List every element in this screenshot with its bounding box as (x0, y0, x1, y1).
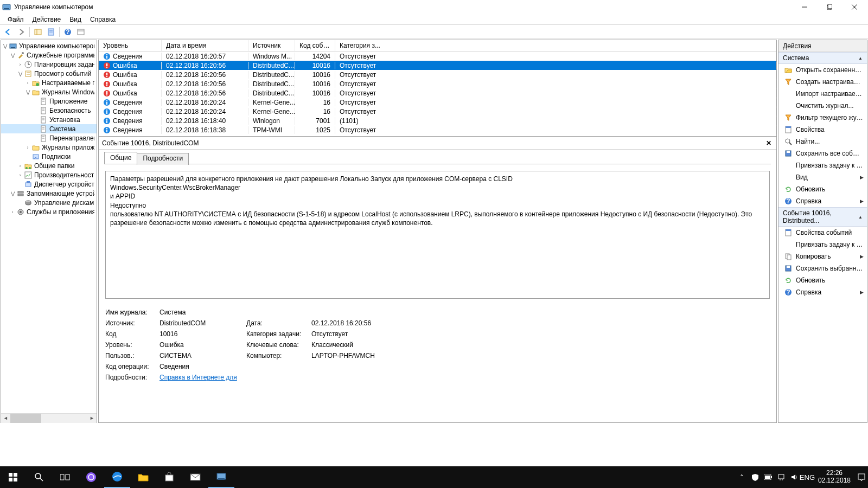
action-item[interactable]: Обновить (778, 183, 867, 195)
detail-close-button[interactable]: ✕ (764, 139, 773, 147)
nav-forward-button[interactable] (15, 26, 27, 38)
menu-help[interactable]: Справка (86, 15, 120, 24)
system-tray[interactable]: ˄ ENG 22:26 02.12.2018 (736, 466, 868, 488)
taskbar-app-explorer[interactable] (130, 466, 156, 488)
event-row[interactable]: Ошибка02.12.2018 16:20:56DistributedC...… (99, 70, 776, 79)
tab-details[interactable]: Подробности (137, 153, 189, 165)
tree-node[interactable]: ⋁Просмотр событий (1, 69, 97, 78)
action-item[interactable]: Сохранить выбранны... (778, 262, 867, 274)
extra-button[interactable] (75, 26, 87, 38)
help-button[interactable]: ? (62, 26, 74, 38)
menu-view[interactable]: Вид (65, 15, 86, 24)
tree-node[interactable]: ⋁Служебные программы (1, 50, 97, 60)
tree-node[interactable]: Безопасность (1, 106, 97, 115)
menu-action[interactable]: Действие (28, 15, 66, 24)
action-item[interactable]: Очистить журнал... (778, 100, 867, 112)
tree-node[interactable]: ⋁Запоминающие устройст (1, 189, 97, 198)
tab-general[interactable]: Общие (104, 152, 137, 164)
event-row[interactable]: Ошибка02.12.2018 16:20:56DistributedC...… (99, 88, 776, 98)
action-item[interactable]: Свойства событий (778, 227, 867, 239)
taskbar-app-store[interactable] (156, 466, 182, 488)
action-item[interactable]: Копировать▶ (778, 251, 867, 262)
actions-section-event[interactable]: Событие 10016, Distributed...▲ (778, 207, 867, 227)
tray-clock[interactable]: 22:26 02.12.2018 (814, 470, 855, 485)
taskbar-app-edge[interactable] (104, 466, 130, 488)
show-hide-tree-button[interactable] (32, 26, 44, 38)
tree-node[interactable]: Установка (1, 115, 97, 124)
tray-notifications-icon[interactable] (855, 466, 868, 488)
action-item[interactable]: Фильтр текущего жур... (778, 112, 867, 124)
taskbar-app-mail[interactable] (182, 466, 208, 488)
event-row[interactable]: Сведения02.12.2018 16:20:24Kernel-Gene..… (99, 107, 776, 116)
tree-expander-icon[interactable]: ⋁ (1, 42, 9, 50)
tree-node[interactable]: ⋁Журналы Windows (1, 87, 97, 97)
meta-more-value[interactable]: Справка в Интернете для (159, 374, 420, 381)
tree-node[interactable]: ›Настраиваемые пр (1, 78, 97, 87)
action-item[interactable]: Импорт настраиваем... (778, 88, 867, 100)
action-item[interactable]: ?Справка▶ (778, 195, 867, 207)
tray-chevron-icon[interactable]: ˄ (736, 466, 749, 488)
minimize-button[interactable] (792, 0, 817, 14)
event-row[interactable]: Сведения02.12.2018 16:20:24Kernel-Gene..… (99, 98, 776, 107)
col-date[interactable]: Дата и время (162, 40, 248, 51)
tray-power-icon[interactable] (762, 466, 775, 488)
menu-file[interactable]: Файл (3, 15, 28, 24)
tray-volume-icon[interactable] (788, 466, 801, 488)
actions-section-system[interactable]: Система▲ (778, 52, 867, 64)
event-row[interactable]: Сведения02.12.2018 16:18:40Winlogon7001(… (99, 116, 776, 125)
tree-node[interactable]: ›Службы и приложения (1, 207, 97, 216)
tree-node[interactable]: ›Журналы приложе (1, 143, 97, 152)
tree-expander-icon[interactable]: ⋁ (16, 70, 24, 78)
taskbar-app-mmc[interactable] (208, 466, 234, 488)
cortana-button[interactable] (78, 466, 104, 488)
col-eventid[interactable]: Код события (295, 40, 335, 51)
action-item[interactable]: Обновить (778, 274, 867, 286)
tree-expander-icon[interactable]: ⋁ (9, 190, 16, 197)
tree-node[interactable]: ⋁Управление компьютером (л (1, 41, 97, 50)
tree-node[interactable]: Подписки (1, 152, 97, 161)
col-level[interactable]: Уровень (99, 40, 162, 51)
tree-node[interactable]: ›Общие папки (1, 161, 97, 170)
tree-expander-icon[interactable]: ⋁ (24, 88, 31, 96)
action-item[interactable]: ?Справка▶ (778, 286, 867, 298)
tree-node[interactable]: ›Производительность (1, 170, 97, 179)
action-item[interactable]: Привязать задачу к жу... (778, 159, 867, 171)
event-list[interactable]: Уровень Дата и время Источник Код событи… (99, 40, 776, 137)
tree-expander-icon[interactable]: › (16, 171, 24, 179)
search-button[interactable] (26, 466, 52, 488)
action-item[interactable]: Найти... (778, 136, 867, 147)
close-button[interactable] (842, 0, 867, 14)
tree-expander-icon[interactable]: › (16, 61, 24, 68)
tree-node[interactable]: Диспетчер устройств (1, 179, 97, 189)
properties-button[interactable] (45, 26, 57, 38)
tree-expander-icon[interactable]: › (24, 79, 31, 87)
start-button[interactable] (0, 466, 26, 488)
taskbar[interactable]: ˄ ENG 22:26 02.12.2018 (0, 466, 868, 488)
tray-network-icon[interactable] (775, 466, 788, 488)
maximize-button[interactable] (817, 0, 842, 14)
nav-back-button[interactable] (2, 26, 14, 38)
action-item[interactable]: Вид▶ (778, 171, 867, 183)
tree-node[interactable]: Приложение (1, 97, 97, 106)
tree-hscrollbar[interactable]: ◄► (1, 413, 97, 422)
action-item[interactable]: Сохранить все событи... (778, 147, 867, 159)
event-list-header[interactable]: Уровень Дата и время Источник Код событи… (99, 40, 776, 52)
event-row[interactable]: Сведения02.12.2018 16:18:38TPM-WMI1025От… (99, 125, 776, 134)
tray-defender-icon[interactable] (749, 466, 762, 488)
event-row[interactable]: Ошибка02.12.2018 16:20:56DistributedC...… (99, 79, 776, 88)
tree-node[interactable]: Управление дисками (1, 198, 97, 207)
event-row[interactable]: Сведения02.12.2018 16:20:57Windows M...1… (99, 52, 776, 61)
tray-language[interactable]: ENG (801, 466, 814, 488)
tree-expander-icon[interactable]: › (16, 162, 24, 170)
action-item[interactable]: Привязать задачу к со... (778, 239, 867, 251)
action-item[interactable]: Свойства (778, 124, 867, 136)
tree-node[interactable]: ›Планировщик заданий (1, 60, 97, 69)
col-source[interactable]: Источник (248, 40, 295, 51)
tree-expander-icon[interactable]: ⋁ (9, 52, 16, 59)
event-row[interactable]: Ошибка02.12.2018 16:20:56DistributedC...… (99, 61, 776, 70)
tree-expander-icon[interactable]: › (24, 144, 31, 151)
tree-node[interactable]: Система (1, 124, 97, 133)
tree-expander-icon[interactable]: › (9, 208, 16, 216)
task-view-button[interactable] (52, 466, 78, 488)
online-help-link[interactable]: Справка в Интернете для (159, 374, 237, 381)
